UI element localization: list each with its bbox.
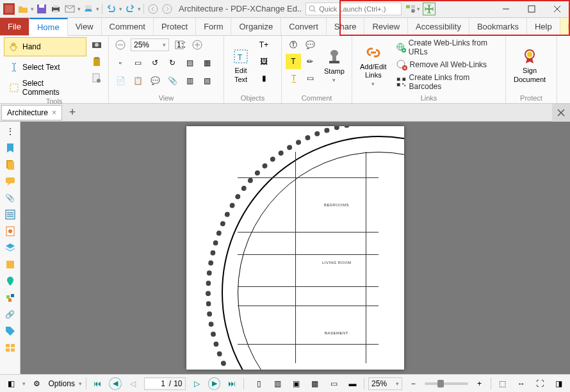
tab-bookmarks[interactable]: Bookmarks (469, 18, 527, 35)
clipboard-icon[interactable] (89, 54, 104, 69)
pencil-icon[interactable]: ✏ (302, 54, 318, 69)
last-page-icon[interactable]: ⏭ (224, 376, 239, 391)
tab-comment[interactable]: Comment (102, 18, 154, 35)
zoom-out-icon[interactable] (113, 37, 128, 53)
fields-pane-icon[interactable] (3, 208, 17, 222)
quick-launch-search[interactable] (305, 3, 402, 15)
attach-icon[interactable]: 📎 (165, 73, 180, 88)
layout-book2-icon[interactable]: ▬ (345, 376, 360, 391)
page-layout2-icon[interactable]: ▦ (199, 55, 215, 70)
layout-continuous-icon[interactable]: ▥ (270, 376, 285, 391)
page-viewer[interactable]: BEDROOMS LIVING ROOM BASEMENT (20, 122, 570, 374)
document-tab[interactable]: Architecture× (1, 105, 62, 120)
tab-form[interactable]: Form (196, 18, 231, 35)
layout-facing2-icon[interactable]: ▦ (307, 376, 322, 391)
rotate-left-icon[interactable]: ↺ (147, 55, 163, 70)
mail-icon[interactable] (63, 3, 76, 15)
attachments-pane-icon[interactable]: 📎 (3, 191, 17, 205)
first-page-icon[interactable]: ⏮ (90, 376, 105, 391)
page-number-field[interactable]: /10 (144, 377, 186, 390)
view1-icon[interactable]: 📄 (113, 73, 128, 88)
status-zoom-out-icon[interactable]: − (406, 376, 421, 391)
view5-icon[interactable]: ▧ (199, 73, 215, 88)
properties-pane-icon[interactable] (3, 341, 17, 355)
prev-page-button[interactable]: ◀ (109, 377, 121, 390)
layout-single-icon[interactable]: ▯ (251, 376, 266, 391)
create-weblinks-button[interactable]: Create Web-Links from URLs (393, 37, 501, 58)
bookmarks-pane-icon[interactable] (3, 141, 17, 155)
zoom-level-field[interactable]: 25%▾ (131, 38, 169, 51)
underline-icon[interactable]: T̲ (286, 70, 301, 86)
add-image-icon[interactable]: 🖼 (256, 54, 272, 69)
tab-view[interactable]: View (68, 18, 102, 35)
prev-view-icon[interactable]: ◁ (126, 376, 140, 391)
status-zoom-field[interactable]: 25%▾ (368, 377, 402, 390)
tab-close-icon[interactable]: × (52, 108, 56, 117)
barcode-links-button[interactable]: Create Links from Barcodes (393, 72, 501, 92)
addedit-links-button[interactable]: Add/Edit Links▾ (356, 37, 391, 94)
options-label[interactable]: Options (49, 379, 75, 388)
nav-next-icon[interactable] (161, 3, 174, 15)
tab-convert[interactable]: Convert (281, 18, 327, 35)
tags-pane-icon[interactable] (3, 324, 17, 338)
content-pane-icon[interactable] (3, 257, 17, 272)
close-all-button[interactable] (552, 104, 570, 122)
fit-page-icon[interactable]: ▫ (113, 55, 128, 70)
redo-icon[interactable] (124, 3, 136, 15)
close-button[interactable] (544, 0, 570, 18)
tab-help[interactable]: Help (527, 18, 560, 35)
links-pane-icon[interactable]: 🔗 (3, 307, 17, 322)
select-text-tool[interactable]: Select Text (4, 58, 86, 77)
ui-options-icon[interactable] (404, 3, 417, 15)
select-text-icon[interactable]: Ⓣ (286, 37, 301, 53)
tab-protect[interactable]: Protect (154, 18, 196, 35)
zoom-in-icon[interactable] (190, 37, 205, 53)
view4-icon[interactable]: ▥ (182, 73, 197, 88)
hand-tool[interactable]: Hand (4, 37, 86, 56)
search-input[interactable] (319, 5, 396, 13)
fit-width-icon[interactable]: ▭ (130, 55, 145, 70)
tab-format[interactable]: Format (560, 18, 570, 35)
stamp-button[interactable]: Stamp▾ (320, 37, 348, 94)
fit-width-status-icon[interactable]: ↔ (514, 376, 528, 391)
comments-pane-icon[interactable] (3, 174, 17, 188)
snapshot-icon[interactable] (89, 37, 104, 53)
nav-prev-icon[interactable] (147, 3, 159, 15)
edit-text-button[interactable]: T Edit Text (228, 37, 254, 94)
add-text-icon[interactable]: T+ (256, 37, 272, 53)
layout-facing-icon[interactable]: ▣ (289, 376, 304, 391)
save-icon[interactable] (35, 3, 48, 15)
launch-icon[interactable] (423, 3, 436, 15)
doc-settings-icon[interactable] (89, 70, 104, 86)
remove-weblinks-button[interactable]: Remove All Web-Links (393, 58, 501, 72)
options-gear-icon[interactable]: ⚙ (29, 376, 44, 391)
fullscreen-icon[interactable]: ⛶ (533, 376, 548, 391)
tab-accessibility[interactable]: Accessibility (408, 18, 469, 35)
add-barcode-icon[interactable]: ▮ (256, 70, 272, 86)
right-panel-toggle-icon[interactable]: ◨ (551, 376, 566, 391)
add-tab-button[interactable]: + (65, 105, 80, 120)
view3-icon[interactable]: 💬 (147, 73, 163, 88)
open-icon[interactable] (17, 3, 29, 15)
rotate-right-icon[interactable]: ↻ (165, 55, 180, 70)
3d-pane-icon[interactable] (3, 291, 17, 305)
scan-icon[interactable] (82, 3, 95, 15)
print-icon[interactable] (49, 3, 62, 15)
tab-review[interactable]: Review (364, 18, 408, 35)
zoom-actual-icon[interactable]: 1:1 (172, 37, 187, 53)
undo-icon[interactable] (105, 3, 118, 15)
note-icon[interactable]: 💬 (302, 37, 318, 53)
destinations-pane-icon[interactable] (3, 274, 17, 288)
status-zoom-in-icon[interactable]: + (472, 376, 487, 391)
sign-document-button[interactable]: Sign Document (510, 37, 550, 94)
signatures-pane-icon[interactable] (3, 224, 17, 238)
next-page-button[interactable]: ▶ (208, 377, 220, 390)
view2-icon[interactable]: 📋 (130, 73, 145, 88)
fit-page-status-icon[interactable]: ⬚ (495, 376, 510, 391)
page-layout-icon[interactable]: ▤ (182, 55, 197, 70)
tab-organize[interactable]: Organize (231, 18, 281, 35)
page-current-input[interactable] (145, 379, 167, 388)
left-panel-toggle-icon[interactable]: ◧ (4, 376, 19, 391)
tab-file[interactable]: File (0, 18, 29, 35)
tab-home[interactable]: Home (29, 18, 68, 36)
